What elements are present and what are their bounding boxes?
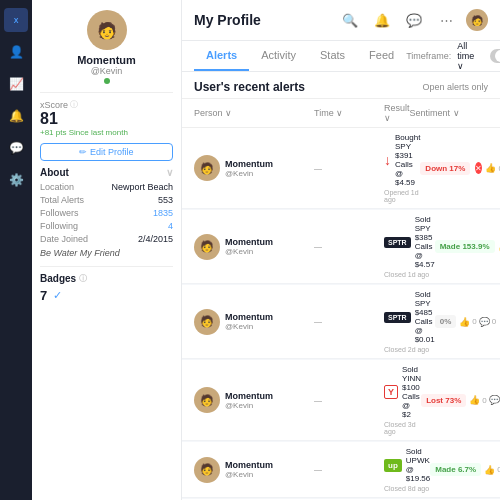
toggle-knob [495, 50, 500, 62]
sentiment-cell: Made 153.9% 👍0 💬0 [435, 240, 500, 253]
timeframe-dropdown[interactable]: All time ∨ [457, 41, 483, 71]
nav-icon-chat[interactable]: 💬 [4, 136, 28, 160]
time-cell: — [314, 396, 384, 405]
result-ago: Closed 3d ago [384, 421, 421, 435]
person-info: Momentum @Kevin [225, 460, 273, 479]
badge-row: 7 ✓ [40, 288, 173, 303]
notifications-icon[interactable]: 🔔 [370, 8, 394, 32]
alerts-title: User's recent alerts [194, 80, 305, 94]
reaction-icons: 👍0 💬0 [485, 163, 500, 173]
person-cell: 🧑 Momentum @Kevin [194, 155, 314, 181]
person-info: Momentum @Kevin [225, 237, 273, 256]
person-cell: 🧑 Momentum @Kevin [194, 457, 314, 483]
nav-logo[interactable]: X [4, 8, 28, 32]
timeframe-label: Timeframe: [406, 51, 451, 61]
result-ago: Closed 1d ago [384, 271, 435, 278]
search-icon[interactable]: 🔍 [338, 8, 362, 32]
about-alerts-row: Total Alerts 553 [40, 195, 173, 205]
col-header-result[interactable]: Result ∨ [384, 103, 410, 123]
col-header-time[interactable]: Time ∨ [314, 103, 384, 123]
about-section: About ∨ Location Newport Beach Total Ale… [40, 167, 173, 258]
result-cell: up Sold UPWK @ $19.56 Closed 8d ago [384, 447, 430, 492]
bio-text: Be Water My Friend [40, 248, 173, 258]
app-container: X 👤 📈 🔔 💬 ⚙️ 🧑 Momentum @Kevin xScore ⓘ … [0, 0, 500, 500]
sidebar: 🧑 Momentum @Kevin xScore ⓘ 81 +81 pts Si… [32, 0, 182, 500]
person-cell: 🧑 Momentum @Kevin [194, 387, 314, 413]
result-ago: Closed 2d ago [384, 346, 435, 353]
person-cell: 🧑 Momentum @Kevin [194, 309, 314, 335]
result-cell: SPTR Sold SPY $485 Calls @ $0.01 Closed … [384, 290, 435, 353]
comment-icon[interactable]: 💬 [479, 317, 490, 327]
result-cell: SPTR Sold SPY $385 Calls @ $4.57 Closed … [384, 215, 435, 278]
trade-icon: SPTR [384, 237, 411, 248]
header-avatar[interactable]: 🧑 [466, 9, 488, 31]
xscore-since: +81 pts Since last month [40, 128, 173, 137]
about-header: About ∨ [40, 167, 173, 178]
like-icon[interactable]: 👍 [484, 465, 495, 475]
reaction-icons: 👍0 💬0 [459, 317, 496, 327]
like-icon[interactable]: 👍 [485, 163, 496, 173]
alerts-section: User's recent alerts Open alerts only Pe… [182, 72, 500, 500]
time-cell: — [314, 317, 384, 326]
xscore-value: 81 [40, 110, 173, 128]
nav-icon-stats[interactable]: 📈 [4, 72, 28, 96]
time-cell: — [314, 465, 384, 474]
sidebar-online-status [40, 78, 173, 84]
trade-icon: Y [384, 385, 398, 399]
result-trade: Y Sold YINN $100 Calls @ $2 [384, 365, 421, 419]
badge: 0% [435, 315, 457, 328]
person-avatar: 🧑 [194, 309, 220, 335]
person-avatar: 🧑 [194, 234, 220, 260]
about-date-row: Date Joined 2/4/2015 [40, 234, 173, 244]
like-icon[interactable]: 👍 [459, 317, 470, 327]
nav-icon-alerts[interactable]: 🔔 [4, 104, 28, 128]
sentiment-cell: 0% 👍0 💬0 [435, 315, 500, 328]
edit-profile-button[interactable]: ✏ Edit Profile [40, 143, 173, 161]
alerts-header: User's recent alerts Open alerts only [182, 72, 500, 99]
tab-alerts[interactable]: Alerts [194, 41, 249, 71]
main-content: My Profile 🔍 🔔 💬 ⋯ 🧑 Alerts Activity Sta… [182, 0, 500, 500]
like-icon[interactable]: 👍 [469, 395, 480, 405]
about-chevron[interactable]: ∨ [166, 167, 173, 178]
nav-icon-settings[interactable]: ⚙️ [4, 168, 28, 192]
badges-info-icon: ⓘ [79, 273, 87, 284]
time-cell: — [314, 242, 384, 251]
tabs-bar: Alerts Activity Stats Feed Timeframe: Al… [182, 41, 500, 72]
open-alerts-only: Open alerts only [422, 82, 488, 92]
result-trade: up Sold UPWK @ $19.56 [384, 447, 430, 483]
tab-feed[interactable]: Feed [357, 41, 406, 71]
table-row: 🧑 Momentum @Kevin — ↓ Bought SPY $391 Ca… [182, 128, 500, 209]
sidebar-username: Momentum [40, 54, 173, 66]
col-header-sentiment[interactable]: Sentiment ∨ [410, 103, 490, 123]
messages-icon[interactable]: 💬 [402, 8, 426, 32]
comment-icon[interactable]: 💬 [489, 395, 500, 405]
tab-stats[interactable]: Stats [308, 41, 357, 71]
more-icon[interactable]: ⋯ [434, 8, 458, 32]
badge: Made 153.9% [435, 240, 495, 253]
time-cell: — [314, 164, 384, 173]
open-alerts-toggle[interactable] [490, 49, 500, 63]
sentiment-cell: Lost 73% 👍0 💬0 [421, 394, 500, 407]
result-ago: Opened 1d ago [384, 189, 420, 203]
person-info: Momentum @Kevin [225, 391, 273, 410]
delete-button[interactable]: ✕ [475, 162, 482, 174]
reaction-icons: 👍0 💬0 [469, 395, 500, 405]
result-cell: ↓ Bought SPY $391 Calls @ $4.59 Opened 1… [384, 133, 420, 203]
person-avatar: 🧑 [194, 457, 220, 483]
online-dot [104, 78, 110, 84]
col-header-person[interactable]: Person ∨ [194, 103, 314, 123]
trade-icon: up [384, 459, 402, 472]
sentiment-cell: Made 6.7% 👍0 💬1 [430, 463, 500, 476]
person-info: Momentum @Kevin [225, 312, 273, 331]
trade-icon: ↓ [384, 152, 391, 168]
table-header: Person ∨ Time ∨ Result ∨ Sentiment ∨ [182, 99, 500, 128]
page-title: My Profile [194, 12, 261, 28]
about-location-row: Location Newport Beach [40, 182, 173, 192]
nav-icon-profile[interactable]: 👤 [4, 40, 28, 64]
sidebar-handle: @Kevin [40, 66, 173, 76]
tab-activity[interactable]: Activity [249, 41, 308, 71]
badge-check-icon: ✓ [53, 289, 62, 302]
xscore-section: xScore ⓘ 81 +81 pts Since last month [40, 92, 173, 137]
result-cell: Y Sold YINN $100 Calls @ $2 Closed 3d ag… [384, 365, 421, 435]
about-followers-row: Followers 1835 [40, 208, 173, 218]
